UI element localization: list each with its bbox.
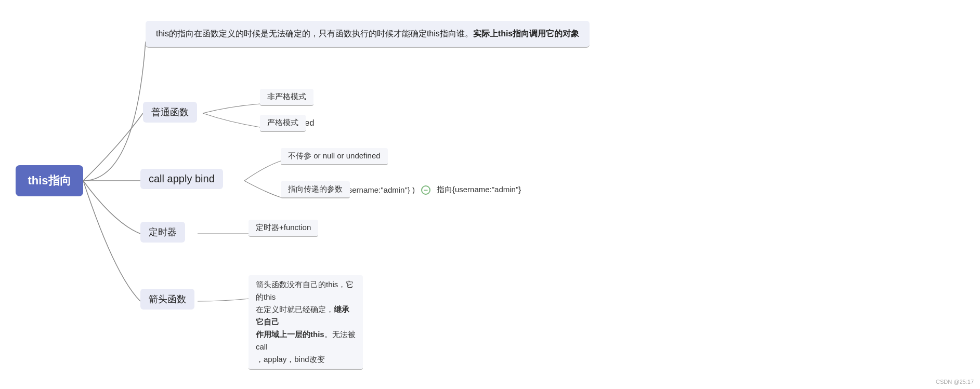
watermark-text: CSDN @25:17	[936, 379, 974, 385]
leaf-timer: 定时器+function	[249, 220, 318, 237]
leaf-row-timer: 定时器+function − window	[249, 223, 294, 233]
leaf-arrowfn-text: 箭头函数没有自己的this，它的this在定义时就已经确定，继承它自己作用域上一…	[249, 275, 363, 370]
leaf-row-arrow-fn: − 箭头函数没有自己的this，它的this在定义时就已经确定，继承它自己作用域…	[249, 275, 262, 286]
branch-label-1: call apply bind	[149, 173, 215, 184]
branch-node-timer: 定时器	[140, 222, 185, 243]
leaf-row-withparam: 传参 − 指向传递的参数 − fn.call( {username:"admin…	[281, 185, 521, 195]
branch-label-2: 定时器	[149, 227, 177, 237]
branch-node-arrow-function: 箭头函数	[140, 289, 194, 310]
branch-node-normal-function: 普通函数	[143, 102, 197, 123]
leaf-noparam: 不传参 or null or undefined	[281, 148, 388, 165]
description-box: this的指向在函数定义的时候是无法确定的，只有函数执行的时候才能确定this指…	[146, 21, 590, 48]
branch-node-call-apply-bind: call apply bind	[140, 169, 223, 189]
leaf-strictmode: 严格模式	[260, 115, 306, 132]
leaf-withparam-arrow3: 指向{username:"admin"}	[437, 185, 521, 195]
leaf-row-nonstrictmode: 非严格模式 − window	[260, 92, 305, 102]
leaf-row-strictmode: 严格模式 − undefined	[260, 118, 314, 128]
root-node: this指向	[16, 165, 83, 196]
branch-label-3: 箭头函数	[149, 294, 186, 304]
minus-icon-6: −	[421, 185, 430, 195]
watermark: CSDN @25:17	[936, 379, 974, 385]
leaf-arrowfn-bold: 继承它自己作用域上一层的this	[256, 305, 349, 339]
desc-bold: 实际上this指向调用它的对象	[473, 29, 579, 38]
branch-label-0: 普通函数	[151, 107, 189, 117]
leaf-withparam-arrow1: 指向传递的参数	[281, 181, 350, 198]
desc-text: this的指向在函数定义的时候是无法确定的，只有函数执行的时候才能确定this指…	[156, 29, 473, 38]
root-label: this指向	[28, 173, 71, 189]
leaf-row-noparam: 不传参 or null or undefined − window	[281, 152, 326, 161]
leaf-nonstrictmode: 非严格模式	[260, 89, 313, 106]
